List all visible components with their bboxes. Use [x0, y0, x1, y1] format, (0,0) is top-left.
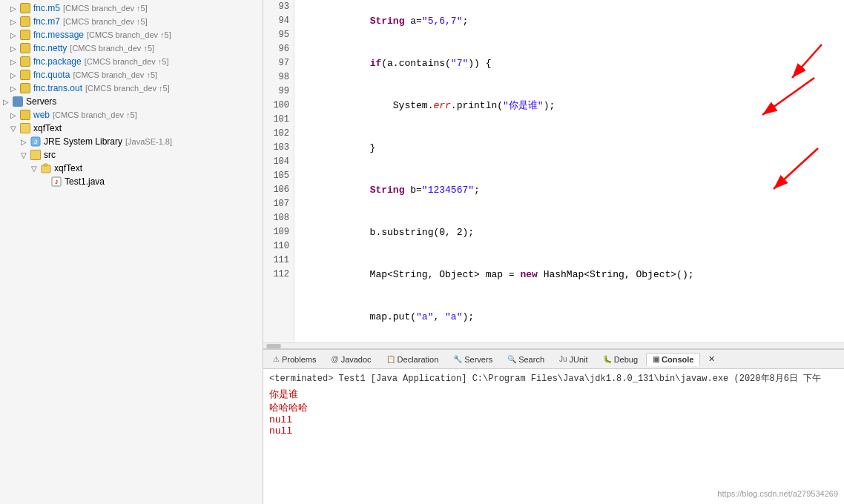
- sidebar-item-label: fnc.m5: [33, 3, 60, 13]
- console-output-line-2: 哈哈哈哈: [269, 401, 838, 414]
- servers-tab-icon: 🔧: [453, 355, 462, 363]
- tab-declaration[interactable]: 📋 Declaration: [380, 353, 446, 366]
- sidebar-item-jre[interactable]: ▷ J JRE System Library [JavaSE-1.8]: [0, 135, 263, 148]
- tab-servers[interactable]: 🔧 Servers: [446, 353, 499, 366]
- branch-label: [CMCS branch_dev ↑5]: [70, 44, 154, 53]
- pkg-icon: [19, 16, 31, 27]
- sidebar-item-servers[interactable]: ▷ Servers: [0, 95, 263, 108]
- tab-problems-label: Problems: [282, 355, 316, 364]
- sidebar: ▷ fnc.m5 [CMCS branch_dev ↑5] ▷ fnc.m7 […: [0, 0, 263, 504]
- code-line-100: map.put("a", "a");: [300, 296, 844, 338]
- tab-junit-label: JUnit: [570, 355, 588, 364]
- ln-111: 111: [263, 253, 289, 268]
- debug-icon: 🐛: [603, 355, 612, 363]
- javadoc-icon: @: [331, 355, 338, 363]
- sidebar-item-label: JRE System Library: [44, 136, 122, 147]
- sidebar-item-label: web: [33, 110, 50, 120]
- ln-96: 96: [263, 42, 289, 56]
- tab-problems[interactable]: ⚠ Problems: [266, 353, 323, 366]
- problems-icon: ⚠: [273, 355, 280, 363]
- tab-search-label: Search: [518, 355, 544, 364]
- code-line-97: String b="1234567";: [300, 169, 844, 211]
- tab-search[interactable]: 🔍 Search: [501, 353, 551, 366]
- console-header: <terminated> Test1 [Java Application] C:…: [269, 372, 838, 385]
- declaration-icon: 📋: [386, 355, 395, 363]
- expand-arrow: ▷: [10, 44, 18, 53]
- tab-junit[interactable]: Ju JUnit: [553, 353, 595, 366]
- code-line-98: b.substring(0, 2);: [300, 211, 844, 253]
- ln-95: 95: [263, 28, 289, 42]
- console-output-line-3: null: [269, 414, 838, 425]
- sidebar-item-fnc-package[interactable]: ▷ fnc.package [CMCS branch_dev ↑5]: [0, 55, 263, 68]
- tab-javadoc[interactable]: @ Javadoc: [324, 353, 378, 366]
- code-line-101: map.put("b", null);: [300, 338, 844, 342]
- code-line-94: if(a.contains("7")) {: [300, 42, 844, 84]
- tab-console[interactable]: ▣ Console: [646, 353, 700, 366]
- expand-arrow: ▷: [3, 98, 10, 106]
- tab-servers-label: Servers: [464, 355, 492, 364]
- tab-debug[interactable]: 🐛 Debug: [596, 353, 644, 366]
- sidebar-item-web[interactable]: ▷ web [CMCS branch_dev ↑5]: [0, 108, 263, 122]
- horizontal-scrollbar[interactable]: [263, 342, 844, 348]
- expand-arrow: ▷: [21, 138, 28, 146]
- code-editor[interactable]: String a="5,6,7"; if(a.contains("7")) { …: [294, 0, 844, 342]
- sidebar-item-label: fnc.netty: [33, 43, 67, 53]
- expand-arrow: ▽: [21, 151, 28, 159]
- expand-arrow: ▽: [10, 125, 18, 133]
- sidebar-item-label: xqfText: [54, 163, 82, 173]
- sidebar-item-src[interactable]: ▽ src: [0, 148, 263, 162]
- line-numbers: 93 94 95 96 97 98 99 100 101 102 103 104…: [263, 0, 294, 342]
- server-icon: [12, 96, 24, 107]
- sidebar-item-label: fnc.m7: [33, 16, 60, 27]
- pkg-icon: [19, 2, 31, 14]
- tab-javadoc-label: Javadoc: [341, 355, 372, 364]
- watermark: https://blog.csdn.net/a279534269: [717, 489, 838, 498]
- sidebar-item-xqftext-pkg[interactable]: ▽ xqfText: [0, 162, 263, 175]
- branch-label: [CMCS branch_dev ↑5]: [73, 70, 157, 79]
- sidebar-item-test1[interactable]: ▷ J Test1.java: [0, 175, 263, 188]
- sidebar-item-label: fnc.trans.out: [33, 83, 82, 93]
- pkg-icon: [19, 42, 31, 54]
- jre-version: [JavaSE-1.8]: [125, 137, 172, 146]
- console-output-line-1: 你是谁: [269, 388, 838, 401]
- ln-105: 105: [263, 169, 289, 183]
- ln-97: 97: [263, 56, 289, 70]
- sidebar-item-fnc-m7[interactable]: ▷ fnc.m7 [CMCS branch_dev ↑5]: [0, 15, 263, 28]
- expand-arrow: ▷: [10, 31, 18, 39]
- code-line-95: System.err.println("你是谁");: [300, 84, 844, 127]
- scroll-thumb: [266, 344, 281, 348]
- branch-label: [CMCS branch_dev ↑5]: [63, 17, 148, 26]
- lib-icon: J: [30, 136, 42, 147]
- sidebar-item-fnc-m5[interactable]: ▷ fnc.m5 [CMCS branch_dev ↑5]: [0, 1, 263, 15]
- ln-99: 99: [263, 84, 289, 99]
- ln-109: 109: [263, 225, 289, 239]
- expand-arrow: ▽: [31, 165, 39, 173]
- sidebar-item-fnc-trans[interactable]: ▷ fnc.trans.out [CMCS branch_dev ↑5]: [0, 82, 263, 95]
- tab-console-label: Console: [662, 355, 693, 364]
- ln-107: 107: [263, 197, 289, 211]
- ln-112: 112: [263, 268, 289, 282]
- search-tab-icon: 🔍: [507, 355, 516, 363]
- tab-close[interactable]: ✕: [702, 352, 722, 366]
- sidebar-item-xqftext[interactable]: ▽ xqfText: [0, 122, 263, 135]
- sidebar-item-fnc-quota[interactable]: ▷ fnc.quota [CMCS branch_dev ↑5]: [0, 68, 263, 82]
- sidebar-item-fnc-netty[interactable]: ▷ fnc.netty [CMCS branch_dev ↑5]: [0, 42, 263, 55]
- expand-arrow: ▷: [10, 4, 18, 13]
- ln-94: 94: [263, 14, 289, 28]
- expand-arrow: ▷: [10, 111, 18, 119]
- branch-label: [CMCS branch_dev ↑5]: [85, 57, 169, 66]
- branch-label: [CMCS branch_dev ↑5]: [87, 30, 171, 39]
- svg-rect-3: [44, 164, 47, 166]
- ln-110: 110: [263, 239, 289, 253]
- bottom-panel: ⚠ Problems @ Javadoc 📋 Declaration 🔧 Ser…: [263, 348, 844, 504]
- sidebar-item-label: xqfText: [33, 123, 62, 133]
- console-output-line-4: null: [269, 425, 838, 437]
- java-file-icon: J: [50, 176, 62, 188]
- pkg-icon: [40, 162, 52, 174]
- folder-icon: [30, 149, 42, 161]
- tab-debug-label: Debug: [614, 355, 638, 364]
- main-area: 93 94 95 96 97 98 99 100 101 102 103 104…: [263, 0, 844, 504]
- branch-label: [CMCS branch_dev ↑5]: [85, 84, 170, 93]
- sidebar-item-fnc-message[interactable]: ▷ fnc.message [CMCS branch_dev ↑5]: [0, 28, 263, 42]
- ln-108: 108: [263, 211, 289, 225]
